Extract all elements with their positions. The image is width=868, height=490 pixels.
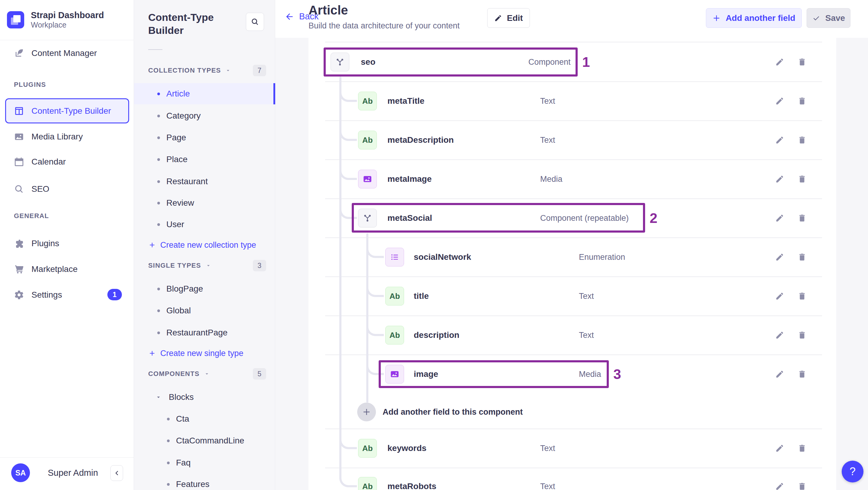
collection-types-header[interactable]: COLLECTION TYPES	[148, 61, 231, 80]
sidebar-item-category[interactable]: Category	[134, 107, 275, 125]
bullet-icon	[167, 418, 170, 421]
edit-field-button[interactable]	[775, 331, 784, 340]
row-divider	[325, 120, 822, 121]
bullet-icon	[157, 309, 160, 312]
edit-field-button[interactable]	[775, 58, 784, 66]
chevron-left-icon	[113, 469, 121, 477]
sidebar-item-place[interactable]: Place	[134, 150, 275, 169]
workspace-switcher[interactable]: Strapi Dashboard Workplace	[7, 10, 104, 29]
item-label: CtaCommandLine	[176, 436, 244, 446]
component-category-blocks[interactable]: Blocks	[155, 388, 270, 406]
sidebar-item-page[interactable]: Page	[134, 128, 275, 147]
delete-field-button[interactable]	[798, 58, 807, 66]
nav-label: Media Library	[31, 132, 83, 142]
field-name: description	[414, 326, 459, 344]
sidebar-item-review[interactable]: Review	[134, 194, 275, 212]
sidebar-item-user[interactable]: User	[134, 215, 275, 234]
add-field-to-component-button[interactable]: Add another field to this component	[309, 403, 732, 421]
sidebar-item-article[interactable]: Article	[134, 83, 275, 104]
nav-item-media-library[interactable]: Media Library	[14, 128, 83, 146]
sidebar-item-global[interactable]: Global	[134, 302, 275, 320]
item-label: User	[166, 220, 184, 229]
sidebar-item-ctacommandline[interactable]: CtaCommandLine	[134, 432, 275, 450]
link-label: Create new single type	[160, 349, 244, 358]
field-name: metaSocial	[388, 209, 432, 227]
user-avatar[interactable]: SA	[11, 463, 30, 482]
field-name: metaRobots	[388, 477, 436, 490]
edit-field-button[interactable]	[775, 96, 784, 105]
annotation-number-2: 2	[650, 211, 657, 225]
edit-field-button[interactable]	[775, 482, 784, 490]
edit-field-button[interactable]	[775, 444, 784, 453]
sidebar-item-features[interactable]: Features	[134, 475, 275, 490]
workspace-name: Workplace	[31, 20, 104, 29]
sidebar-item-restaurantpage[interactable]: RestaurantPage	[134, 324, 275, 342]
delete-field-button[interactable]	[798, 292, 807, 301]
delete-field-button[interactable]	[798, 370, 807, 379]
annotation-number-3: 3	[613, 367, 621, 381]
sidebar-item-faq[interactable]: Faq	[134, 454, 275, 472]
row-divider	[325, 276, 822, 277]
bullet-icon	[167, 483, 170, 486]
components-header[interactable]: COMPONENTS	[148, 365, 210, 383]
delete-field-button[interactable]	[798, 252, 807, 262]
nav-item-content-manager[interactable]: Content Manager	[14, 44, 97, 62]
media-library-icon	[14, 131, 24, 142]
nav-item-calendar[interactable]: Calendar	[14, 153, 66, 171]
delete-field-button[interactable]	[798, 482, 807, 490]
button-label: Add another field	[725, 13, 795, 23]
bullet-icon	[157, 288, 160, 290]
single-types-header[interactable]: SINGLE TYPES	[148, 256, 211, 275]
nav-label: Settings	[31, 290, 62, 300]
search-button[interactable]	[246, 13, 264, 31]
add-another-field-button[interactable]: Add another field	[706, 8, 802, 28]
save-button[interactable]: Save	[807, 8, 850, 28]
field-row-metaimage: metaImage Media	[309, 170, 823, 188]
edit-field-button[interactable]	[775, 214, 784, 223]
nav-item-content-type-builder[interactable]: Content-Type Builder	[5, 98, 129, 123]
nav-item-seo[interactable]: SEO	[14, 180, 49, 198]
field-name: metaImage	[388, 170, 432, 188]
group-label: SINGLE TYPES	[148, 262, 201, 270]
field-row-keywords: Ab keywords Text	[309, 439, 823, 458]
field-name: socialNetwork	[414, 248, 471, 267]
sidebar-item-cta[interactable]: Cta	[134, 410, 275, 428]
delete-field-button[interactable]	[798, 96, 807, 105]
nav-item-settings[interactable]: Settings	[14, 286, 62, 304]
edit-field-button[interactable]	[775, 292, 784, 301]
edit-button[interactable]: Edit	[487, 8, 530, 28]
item-label: BlogPage	[166, 284, 203, 294]
delete-field-button[interactable]	[798, 175, 807, 184]
caret-down-icon	[205, 263, 211, 269]
nav-section-general: GENERAL	[14, 212, 49, 220]
field-type: Text	[579, 287, 594, 306]
create-collection-type-link[interactable]: Create new collection type	[148, 237, 256, 253]
back-arrow-icon	[285, 12, 294, 22]
field-row-metatitle: Ab metaTitle Text	[309, 92, 823, 111]
brand-text: Strapi Dashboard Workplace	[31, 10, 104, 29]
button-label: Save	[825, 13, 845, 23]
collection-types-count: 7	[253, 65, 266, 76]
sidebar-item-blogpage[interactable]: BlogPage	[134, 280, 275, 298]
item-label: Place	[166, 155, 187, 164]
edit-field-button[interactable]	[775, 135, 784, 145]
nav-item-marketplace[interactable]: Marketplace	[14, 260, 78, 278]
delete-field-button[interactable]	[798, 214, 807, 223]
text-field-icon: Ab	[358, 92, 377, 111]
delete-field-button[interactable]	[798, 331, 807, 340]
create-single-type-link[interactable]: Create new single type	[148, 345, 244, 362]
sidebar-item-restaurant[interactable]: Restaurant	[134, 173, 275, 190]
edit-field-button[interactable]	[775, 252, 784, 262]
nav-item-plugins[interactable]: Plugins	[14, 235, 59, 252]
edit-field-button[interactable]	[775, 175, 784, 184]
edit-field-button[interactable]	[775, 370, 784, 379]
row-divider	[325, 429, 822, 429]
item-label: Category	[166, 111, 201, 121]
help-button[interactable]: ?	[842, 461, 864, 483]
single-types-count: 3	[253, 260, 266, 271]
field-type: Component (repeatable)	[540, 209, 629, 227]
collapse-nav-button[interactable]	[111, 465, 123, 481]
item-label: RestaurantPage	[166, 328, 227, 338]
delete-field-button[interactable]	[798, 444, 807, 453]
delete-field-button[interactable]	[798, 135, 807, 145]
